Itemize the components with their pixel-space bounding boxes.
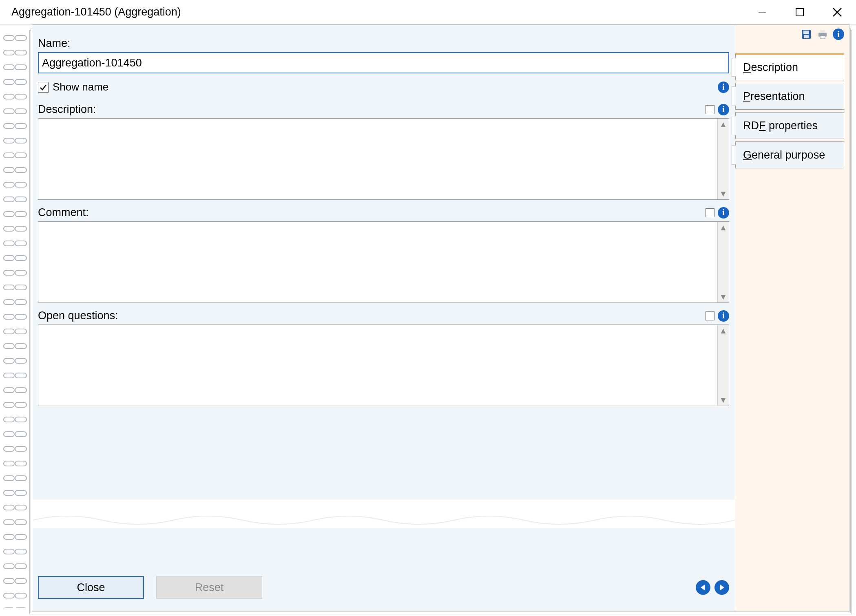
window-title: Aggregation-101450 (Aggregation) <box>11 6 181 18</box>
description-textarea-wrap: ▲ ▼ <box>38 118 729 200</box>
close-button[interactable]: Close <box>38 576 144 599</box>
notebook-page: Name: Aggregation-101450 Show name i <box>32 24 849 612</box>
name-field: Name: Aggregation-101450 <box>38 37 729 73</box>
scroll-down-icon[interactable]: ▼ <box>719 188 728 199</box>
open-questions-toggle[interactable] <box>706 311 714 320</box>
comment-info-icon[interactable]: i <box>718 207 729 219</box>
save-icon[interactable] <box>800 28 812 40</box>
prev-icon <box>699 584 707 591</box>
show-name-label: Show name <box>53 81 108 93</box>
svg-rect-1 <box>796 9 803 16</box>
scroll-down-icon[interactable]: ▼ <box>719 394 728 406</box>
name-label: Name: <box>38 37 71 50</box>
comment-toggle[interactable] <box>706 208 714 217</box>
reset-button: Reset <box>156 576 262 599</box>
show-name-row: Show name i <box>38 81 729 93</box>
content-area: Name: Aggregation-101450 Show name i <box>0 24 856 616</box>
window-controls <box>743 0 856 24</box>
page-tear <box>32 500 735 528</box>
footer: Close Reset <box>38 573 729 602</box>
svg-rect-10 <box>820 30 825 33</box>
print-icon[interactable] <box>816 28 829 40</box>
show-name-info-icon[interactable]: i <box>718 82 729 93</box>
description-field: Description: i ▲ ▼ <box>38 103 729 200</box>
maximize-button[interactable] <box>781 0 818 24</box>
form-area: Name: Aggregation-101450 Show name i <box>32 25 735 612</box>
open-questions-scrollbar[interactable]: ▲ ▼ <box>717 325 729 406</box>
tab-rdf-properties[interactable]: RDF properties <box>735 112 844 139</box>
description-info-icon[interactable]: i <box>718 104 729 115</box>
side-info-icon[interactable]: i <box>833 29 844 40</box>
scroll-up-icon[interactable]: ▲ <box>719 325 728 336</box>
prev-button[interactable] <box>696 580 710 595</box>
tab-general-purpose[interactable]: General purpose <box>735 141 844 168</box>
notebook-spiral <box>2 33 29 608</box>
show-name-checkbox[interactable] <box>38 82 49 93</box>
open-questions-label: Open questions: <box>38 309 118 322</box>
description-label: Description: <box>38 103 96 116</box>
tab-presentation[interactable]: Presentation <box>735 83 844 110</box>
comment-textarea-wrap: ▲ ▼ <box>38 221 729 303</box>
svg-marker-5 <box>720 585 724 590</box>
close-window-button[interactable] <box>818 0 856 24</box>
comment-field: Comment: i ▲ ▼ <box>38 206 729 303</box>
scroll-down-icon[interactable]: ▼ <box>719 291 728 302</box>
svg-marker-4 <box>701 585 705 590</box>
comment-textarea[interactable] <box>38 222 729 302</box>
side-panel: i Description Presentation RDF propertie… <box>735 25 849 612</box>
next-button[interactable] <box>714 580 729 595</box>
comment-scrollbar[interactable]: ▲ ▼ <box>717 222 729 302</box>
comment-label: Comment: <box>38 206 89 219</box>
description-textarea[interactable] <box>38 119 729 199</box>
svg-rect-8 <box>804 35 809 38</box>
open-questions-textarea[interactable] <box>38 325 729 406</box>
svg-rect-11 <box>820 36 825 39</box>
tab-description[interactable]: Description <box>735 53 844 80</box>
description-scrollbar[interactable]: ▲ ▼ <box>717 119 729 199</box>
description-toggle[interactable] <box>706 105 714 114</box>
open-questions-field: Open questions: i ▲ ▼ <box>38 309 729 406</box>
name-input-value: Aggregation-101450 <box>42 57 142 69</box>
open-questions-info-icon[interactable]: i <box>718 310 729 322</box>
scroll-up-icon[interactable]: ▲ <box>719 222 728 233</box>
nav-arrows <box>696 580 729 595</box>
title-bar: Aggregation-101450 (Aggregation) <box>0 0 856 24</box>
open-questions-textarea-wrap: ▲ ▼ <box>38 325 729 406</box>
next-icon <box>718 584 725 591</box>
minimize-button[interactable] <box>743 0 781 24</box>
side-tabs: Description Presentation RDF properties … <box>735 53 844 171</box>
scroll-up-icon[interactable]: ▲ <box>719 119 728 130</box>
side-toolbar: i <box>800 28 844 40</box>
svg-rect-7 <box>803 31 809 34</box>
